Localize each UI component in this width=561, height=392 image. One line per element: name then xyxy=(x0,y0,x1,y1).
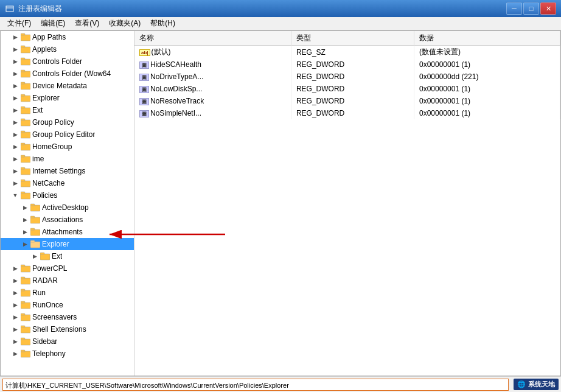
expand-arrow[interactable]: ▶ xyxy=(12,301,19,309)
folder-icon xyxy=(30,240,40,248)
tree-item-explorer-sub[interactable]: ▶ Explorer xyxy=(1,238,134,250)
tree-item-homegroup[interactable]: ▶ HomeGroup xyxy=(1,141,134,153)
tree-item-app-paths[interactable]: ▶ App Paths xyxy=(1,31,134,43)
tree-item-netcache[interactable]: ▶ NetCache xyxy=(1,177,134,189)
expand-arrow[interactable]: ▶ xyxy=(12,326,19,333)
tree-item-ext-sub[interactable]: ▶ Ext xyxy=(1,250,134,262)
table-row[interactable]: ab|(默认)REG_SZ(数值未设置) xyxy=(134,46,560,59)
tree-item-ime[interactable]: ▶ ime xyxy=(1,153,134,165)
expand-arrow[interactable]: ▶ xyxy=(12,289,19,296)
svg-rect-29 xyxy=(21,192,25,194)
table-header-row: 名称 类型 数据 xyxy=(134,31,560,46)
expand-arrow[interactable]: ▶ xyxy=(21,204,29,211)
menu-edit[interactable]: 编辑(E) xyxy=(36,17,70,30)
reg-name-cell: 圖NoSimpleNetI... xyxy=(134,107,291,119)
tree-item-runonce[interactable]: ▶ RunOnce xyxy=(1,299,134,311)
tree-item-sidebar[interactable]: ▶ Sidebar xyxy=(1,335,134,348)
expand-arrow[interactable]: ▶ xyxy=(21,240,29,248)
expand-arrow[interactable]: ▶ xyxy=(21,216,29,223)
menu-file[interactable]: 文件(F) xyxy=(2,17,36,30)
expand-arrow[interactable]: ▶ xyxy=(12,338,19,345)
menu-favorites[interactable]: 收藏夹(A) xyxy=(104,17,145,30)
svg-rect-28 xyxy=(21,193,30,199)
tree-item-screensavers[interactable]: ▶ Screensavers xyxy=(1,311,134,323)
tree-item-active-desktop[interactable]: ▶ ActiveDesktop xyxy=(1,201,134,214)
tree-item-label: Sidebar xyxy=(32,337,57,346)
tree-item-controls-folder-wow64[interactable]: ▶ Controls Folder (Wow64 xyxy=(1,68,134,80)
tree-item-explorer[interactable]: ▶ Explorer xyxy=(1,92,134,104)
tree-item-controls-folder[interactable]: ▶ Controls Folder xyxy=(1,55,134,68)
reg-type-cell: REG_DWORD xyxy=(291,95,414,107)
expand-arrow[interactable]: ▶ xyxy=(31,253,38,260)
tree-item-policies[interactable]: ▼ Policies xyxy=(1,189,134,201)
expand-arrow[interactable]: ▶ xyxy=(12,155,19,163)
folder-icon xyxy=(21,118,30,127)
tree-item-label: ActiveDesktop xyxy=(42,203,89,212)
minimize-button[interactable]: ─ xyxy=(506,2,522,15)
expand-arrow[interactable]: ▶ xyxy=(12,107,19,114)
tree-item-group-policy-editor[interactable]: ▶ Group Policy Editor xyxy=(1,128,134,141)
tree-item-group-policy[interactable]: ▶ Group Policy xyxy=(1,116,134,128)
menu-help[interactable]: 帮助(H) xyxy=(145,17,180,30)
expand-arrow[interactable]: ▶ xyxy=(12,131,19,138)
reg-icon: 圖 xyxy=(139,110,149,117)
expand-arrow[interactable]: ▶ xyxy=(12,82,19,89)
svg-rect-12 xyxy=(21,96,30,102)
tree-item-run[interactable]: ▶ Run xyxy=(1,287,134,299)
svg-rect-46 xyxy=(21,303,30,309)
svg-rect-43 xyxy=(21,277,25,279)
logo-globe: 🌐 xyxy=(517,380,526,388)
expand-arrow[interactable]: ▶ xyxy=(12,277,19,284)
expand-arrow[interactable]: ▶ xyxy=(12,58,19,65)
tree-item-telephony[interactable]: ▶ Telephony xyxy=(1,348,134,360)
registry-tree[interactable]: ▶ App Paths▶ Applets▶ Controls Folder▶ C… xyxy=(1,31,134,376)
window-title: 注册表编辑器 xyxy=(18,4,506,14)
table-row[interactable]: 圖NoSimpleNetI...REG_DWORD0x00000001 (1) xyxy=(134,107,560,119)
tree-item-applets[interactable]: ▶ Applets xyxy=(1,43,134,55)
close-button[interactable]: ✕ xyxy=(540,2,556,15)
svg-rect-23 xyxy=(21,155,25,157)
menu-view[interactable]: 查看(V) xyxy=(70,17,104,30)
tree-item-device-metadata[interactable]: ▶ Device Metadata xyxy=(1,80,134,92)
expand-arrow[interactable]: ▶ xyxy=(12,350,19,357)
expand-arrow[interactable]: ▶ xyxy=(12,265,19,272)
expand-arrow[interactable]: ▶ xyxy=(12,70,19,77)
tree-item-attachments[interactable]: ▶ Attachments xyxy=(1,226,134,238)
table-row[interactable]: 圖NoLowDiskSp...REG_DWORD0x00000001 (1) xyxy=(134,83,560,95)
svg-rect-2 xyxy=(21,35,30,41)
table-row[interactable]: 圖NoDriveTypeA...REG_DWORD0x000000dd (221… xyxy=(134,71,560,83)
tree-item-label: Ext xyxy=(52,252,62,261)
folder-icon xyxy=(30,228,40,236)
expand-arrow[interactable]: ▶ xyxy=(12,119,19,126)
expand-arrow[interactable]: ▶ xyxy=(12,94,19,102)
svg-rect-14 xyxy=(21,108,30,114)
table-row[interactable]: 圖HideSCAHealthREG_DWORD0x00000001 (1) xyxy=(134,58,560,71)
expand-arrow[interactable]: ▼ xyxy=(12,192,19,199)
expand-arrow[interactable]: ▶ xyxy=(12,143,19,150)
expand-arrow[interactable]: ▶ xyxy=(12,46,19,53)
reg-name-cell: 圖NoDriveTypeA... xyxy=(134,71,291,83)
svg-rect-8 xyxy=(21,71,30,77)
expand-arrow[interactable]: ▶ xyxy=(12,180,19,187)
tree-item-ext[interactable]: ▶ Ext xyxy=(1,104,134,116)
tree-item-associations[interactable]: ▶ Associations xyxy=(1,214,134,226)
window-icon xyxy=(5,4,15,13)
expand-arrow[interactable]: ▶ xyxy=(12,33,19,41)
tree-item-shell-extensions[interactable]: ▶ Shell Extensions xyxy=(1,323,134,335)
tree-item-internet-settings[interactable]: ▶ Internet Settings xyxy=(1,165,134,177)
svg-rect-33 xyxy=(30,216,35,218)
expand-arrow[interactable]: ▶ xyxy=(12,313,19,321)
expand-arrow[interactable]: ▶ xyxy=(21,228,29,236)
maximize-button[interactable]: □ xyxy=(523,2,539,15)
tree-item-radar[interactable]: ▶ RADAR xyxy=(1,275,134,287)
tree-item-label: App Paths xyxy=(32,33,66,41)
svg-rect-38 xyxy=(40,254,50,260)
folder-icon xyxy=(21,179,30,187)
tree-item-powercpl[interactable]: ▶ PowerCPL xyxy=(1,262,134,275)
table-row[interactable]: 圖NoResolveTrackREG_DWORD0x00000001 (1) xyxy=(134,95,560,107)
svg-rect-53 xyxy=(21,338,25,340)
expand-arrow[interactable]: ▶ xyxy=(12,167,19,175)
reg-name-text: NoResolveTrack xyxy=(150,97,204,105)
reg-type-cell: REG_DWORD xyxy=(291,83,414,95)
tree-item-label: Explorer xyxy=(32,94,60,102)
